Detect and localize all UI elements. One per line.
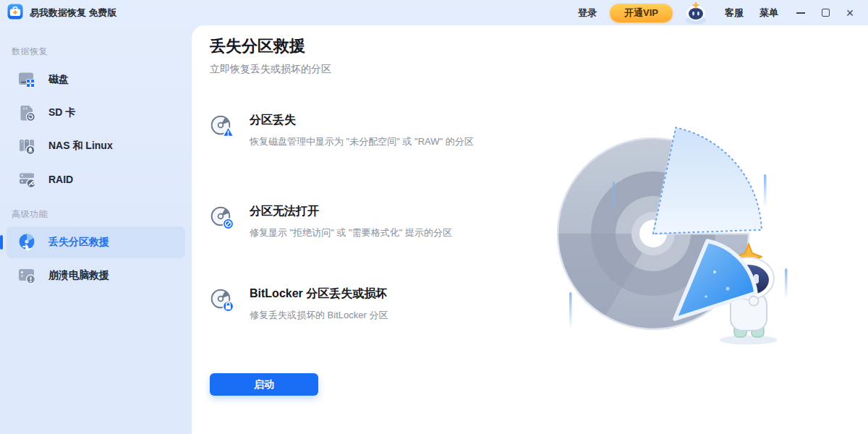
- disk-rescue-illustration: [552, 125, 801, 365]
- crashed-pc-icon: [17, 265, 37, 286]
- sidebar-item-lost-partition-rescue[interactable]: 丢失分区救援: [7, 226, 185, 258]
- minimize-icon: [796, 12, 805, 14]
- support-button[interactable]: 客服: [725, 7, 744, 20]
- raid-icon: [17, 169, 37, 190]
- sidebar-item-label: 磁盘: [48, 73, 69, 86]
- titlebar: 易我数据恢复 免费版 登录 开通VIP 客服 菜单: [0, 0, 868, 25]
- app-logo-icon: [7, 4, 23, 22]
- sidebar-item-label: RAID: [48, 174, 73, 185]
- maximize-button[interactable]: [813, 3, 838, 23]
- sidebar-item-label: 崩溃电脑救援: [48, 269, 109, 282]
- disc-blocked-icon: [210, 205, 234, 230]
- disc-warning-icon: [210, 114, 234, 139]
- start-button[interactable]: 启动: [210, 373, 318, 396]
- feature-description: 修复显示 "拒绝访问" 或 "需要格式化" 提示的分区: [250, 226, 452, 239]
- sidebar: 数据恢复 磁盘: [0, 25, 192, 434]
- app-title: 易我数据恢复 免费版: [30, 7, 117, 20]
- close-button[interactable]: ×: [838, 3, 862, 23]
- sd-card-icon: [17, 103, 37, 123]
- feature-partition-unopenable: 分区无法打开 修复显示 "拒绝访问" 或 "需要格式化" 提示的分区: [210, 204, 452, 239]
- menu-button[interactable]: 菜单: [760, 7, 778, 20]
- mascot-avatar-icon[interactable]: [681, 1, 710, 25]
- sidebar-item-disk[interactable]: 磁盘: [7, 64, 185, 95]
- maximize-icon: [822, 9, 830, 17]
- close-icon: ×: [846, 7, 854, 20]
- feature-title: BitLocker 分区丢失或损坏: [250, 286, 388, 302]
- sidebar-section-header-recovery: 数据恢复: [12, 46, 192, 58]
- nas-linux-icon: [17, 136, 37, 156]
- page-subtitle: 立即恢复丢失或损坏的分区: [210, 63, 331, 76]
- vip-button[interactable]: 开通VIP: [610, 4, 673, 22]
- sidebar-item-nas-linux[interactable]: NAS 和 Linux: [7, 130, 185, 162]
- sidebar-item-crashed-pc-rescue[interactable]: 崩溃电脑救援: [7, 260, 185, 292]
- disk-icon: [17, 69, 37, 90]
- minimize-button[interactable]: [788, 3, 813, 23]
- page-title: 丢失分区救援: [210, 35, 305, 57]
- lost-partition-icon: [17, 232, 37, 252]
- feature-title: 分区丢失: [250, 113, 474, 128]
- feature-title: 分区无法打开: [250, 204, 452, 219]
- feature-description: 恢复磁盘管理中显示为 "未分配空间" 或 "RAW" 的分区: [250, 135, 474, 148]
- sidebar-item-label: NAS 和 Linux: [48, 140, 113, 153]
- disc-lock-icon: [210, 288, 234, 312]
- login-button[interactable]: 登录: [578, 7, 597, 20]
- sidebar-item-sd-card[interactable]: SD 卡: [7, 97, 185, 129]
- sidebar-item-raid[interactable]: RAID: [7, 163, 185, 195]
- main-panel: 丢失分区救援 立即恢复丢失或损坏的分区 分区丢失 恢复磁盘管理中显示为 "未分配…: [192, 25, 868, 434]
- feature-bitlocker-partition: BitLocker 分区丢失或损坏 修复丢失或损坏的 BitLocker 分区: [210, 286, 388, 322]
- app-window: 易我数据恢复 免费版 登录 开通VIP 客服 菜单: [0, 0, 868, 434]
- feature-description: 修复丢失或损坏的 BitLocker 分区: [250, 309, 388, 322]
- sidebar-item-label: SD 卡: [48, 106, 75, 119]
- sidebar-section-header-advanced: 高级功能: [12, 208, 192, 221]
- sidebar-item-label: 丢失分区救援: [48, 236, 109, 249]
- feature-partition-lost: 分区丢失 恢复磁盘管理中显示为 "未分配空间" 或 "RAW" 的分区: [210, 113, 474, 148]
